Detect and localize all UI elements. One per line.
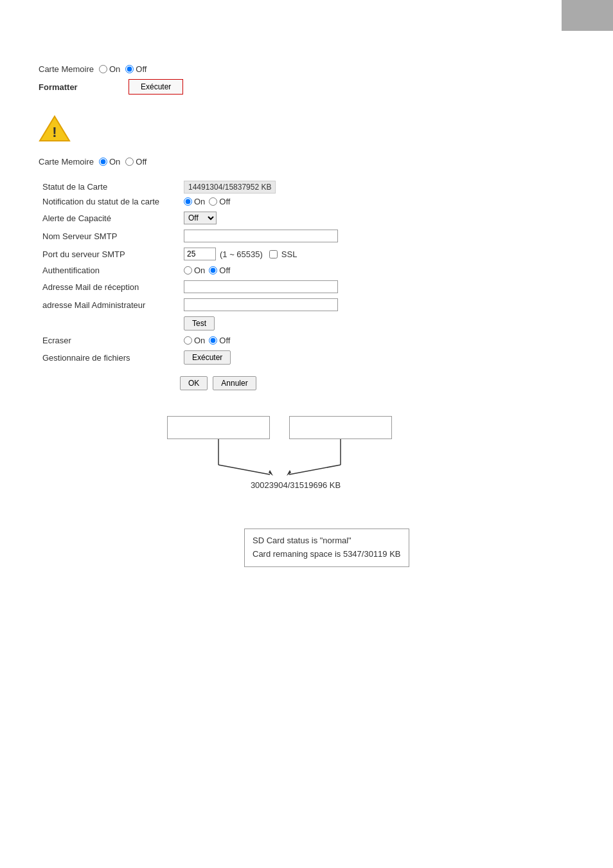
- port-range-label: (1 ~ 65535): [220, 249, 263, 259]
- adresse-admin-label: adresse Mail Administrateur: [39, 296, 180, 314]
- settings-table: Statut de la Carte 14491304/15837952 KB …: [39, 179, 574, 367]
- statut-label: Statut de la Carte: [39, 179, 180, 194]
- carte-memoire-top-on-label[interactable]: On: [99, 64, 120, 74]
- carte-memoire-bottom-on-text: On: [109, 157, 120, 167]
- auth-off-text: Off: [219, 266, 230, 275]
- status-line-1: SD Card status is "normal": [253, 534, 401, 548]
- carte-memoire-top-on-radio[interactable]: [99, 65, 107, 73]
- ssl-label: SSL: [281, 249, 298, 259]
- notification-row: Notification du statut de la carte On Of…: [39, 194, 574, 209]
- test-row: Test: [39, 314, 574, 333]
- svg-text:!: !: [52, 124, 57, 140]
- adresse-reception-label: Adresse Mail de réception: [39, 278, 180, 296]
- nom-serveur-row: Nom Serveur SMTP: [39, 227, 574, 245]
- diagram-box-2: [289, 416, 392, 439]
- ecraser-off-radio[interactable]: [209, 336, 217, 345]
- port-serveur-label: Port du serveur SMTP: [39, 245, 180, 263]
- gestionnaire-executer-button[interactable]: Exécuter: [184, 350, 231, 365]
- gestionnaire-label: Gestionnaire de fichiers: [39, 348, 180, 367]
- warning-icon: !: [39, 114, 71, 142]
- svg-line-6: [289, 465, 341, 475]
- nom-serveur-input[interactable]: [184, 230, 338, 242]
- statut-value: 14491304/15837952 KB: [184, 181, 276, 194]
- diagram-arrows-svg: [167, 439, 398, 478]
- port-serveur-input[interactable]: [184, 248, 216, 260]
- notification-on-text: On: [194, 197, 205, 206]
- auth-label: Authentification: [39, 263, 180, 278]
- annuler-button[interactable]: Annuler: [213, 376, 256, 390]
- diagram-section: 30023904/31519696 KB: [167, 416, 437, 490]
- adresse-admin-input[interactable]: [184, 298, 338, 311]
- statut-row: Statut de la Carte 14491304/15837952 KB: [39, 179, 574, 194]
- gestionnaire-row: Gestionnaire de fichiers Exécuter: [39, 348, 574, 367]
- notification-on-radio[interactable]: [184, 197, 192, 206]
- carte-memoire-top-off-radio[interactable]: [125, 65, 134, 73]
- svg-marker-4: [269, 470, 273, 476]
- notification-off-text: Off: [219, 197, 230, 206]
- carte-memoire-bottom-off-radio[interactable]: [125, 158, 134, 166]
- alerte-label: Alerte de Capacité: [39, 209, 180, 227]
- formatter-label: Formatter: [39, 82, 116, 92]
- carte-memoire-bottom-off-text: Off: [136, 157, 147, 167]
- ecraser-off-label[interactable]: Off: [209, 336, 230, 345]
- notification-on-label[interactable]: On: [184, 197, 205, 206]
- auth-on-radio[interactable]: [184, 266, 192, 275]
- ecraser-row: Ecraser On Off: [39, 333, 574, 348]
- section-formatter: Carte Memoire On Off Formatter Exécuter: [39, 64, 574, 95]
- carte-memoire-bottom-on-label[interactable]: On: [99, 157, 120, 167]
- alerte-row: Alerte de Capacité Off 10% 20% 30%: [39, 209, 574, 227]
- diagram-box-1: [167, 416, 270, 439]
- carte-memoire-bottom-label: Carte Memoire: [39, 157, 94, 167]
- formatter-row: Formatter Exécuter: [39, 79, 574, 95]
- notification-off-radio[interactable]: [209, 197, 217, 206]
- formatter-executer-button[interactable]: Exécuter: [129, 79, 183, 95]
- notification-off-label[interactable]: Off: [209, 197, 230, 206]
- ok-cancel-row: OK Annuler: [39, 376, 574, 390]
- carte-memoire-top-on-text: On: [109, 64, 120, 74]
- adresse-reception-input[interactable]: [184, 280, 338, 293]
- svg-line-3: [218, 465, 270, 475]
- warning-section: !: [39, 114, 574, 144]
- ecraser-on-radio[interactable]: [184, 336, 192, 345]
- top-bar: [562, 0, 613, 31]
- port-serveur-row: Port du serveur SMTP (1 ~ 65535) SSL: [39, 245, 574, 263]
- carte-memoire-top-row: Carte Memoire On Off: [39, 64, 574, 74]
- svg-marker-7: [287, 470, 291, 476]
- auth-on-label[interactable]: On: [184, 266, 205, 275]
- ssl-checkbox[interactable]: [269, 250, 278, 258]
- auth-radio-group: On Off: [184, 266, 571, 275]
- alerte-select[interactable]: Off 10% 20% 30%: [184, 212, 217, 224]
- diagram-boxes: [167, 416, 437, 439]
- ok-button[interactable]: OK: [180, 376, 208, 390]
- carte-memoire-top-off-text: Off: [136, 64, 147, 74]
- ecraser-radio-group: On Off: [184, 336, 571, 345]
- adresse-reception-row: Adresse Mail de réception: [39, 278, 574, 296]
- auth-off-radio[interactable]: [209, 266, 217, 275]
- auth-off-label[interactable]: Off: [209, 266, 230, 275]
- auth-row: Authentification On Off: [39, 263, 574, 278]
- ecraser-on-label[interactable]: On: [184, 336, 205, 345]
- section-settings: Carte Memoire On Off Statut de la Carte …: [39, 157, 574, 390]
- status-message-section: SD Card status is "normal" Card remaning…: [244, 529, 574, 567]
- adresse-admin-row: adresse Mail Administrateur: [39, 296, 574, 314]
- diagram-label: 30023904/31519696 KB: [154, 480, 437, 490]
- ecraser-label: Ecraser: [39, 333, 180, 348]
- carte-memoire-bottom-on-radio[interactable]: [99, 158, 107, 166]
- carte-memoire-bottom-row: Carte Memoire On Off: [39, 157, 574, 167]
- nom-serveur-label: Nom Serveur SMTP: [39, 227, 180, 245]
- auth-on-text: On: [194, 266, 205, 275]
- carte-memoire-top-off-label[interactable]: Off: [125, 64, 147, 74]
- notification-radio-group: On Off: [184, 197, 571, 206]
- test-button[interactable]: Test: [184, 316, 215, 330]
- ecraser-off-text: Off: [219, 336, 230, 345]
- ecraser-on-text: On: [194, 336, 205, 345]
- carte-memoire-bottom-off-label[interactable]: Off: [125, 157, 147, 167]
- status-message-box: SD Card status is "normal" Card remaning…: [244, 529, 409, 567]
- status-line-2: Card remaning space is 5347/30119 KB: [253, 548, 401, 561]
- notification-label: Notification du statut de la carte: [39, 194, 180, 209]
- carte-memoire-top-label: Carte Memoire: [39, 64, 94, 74]
